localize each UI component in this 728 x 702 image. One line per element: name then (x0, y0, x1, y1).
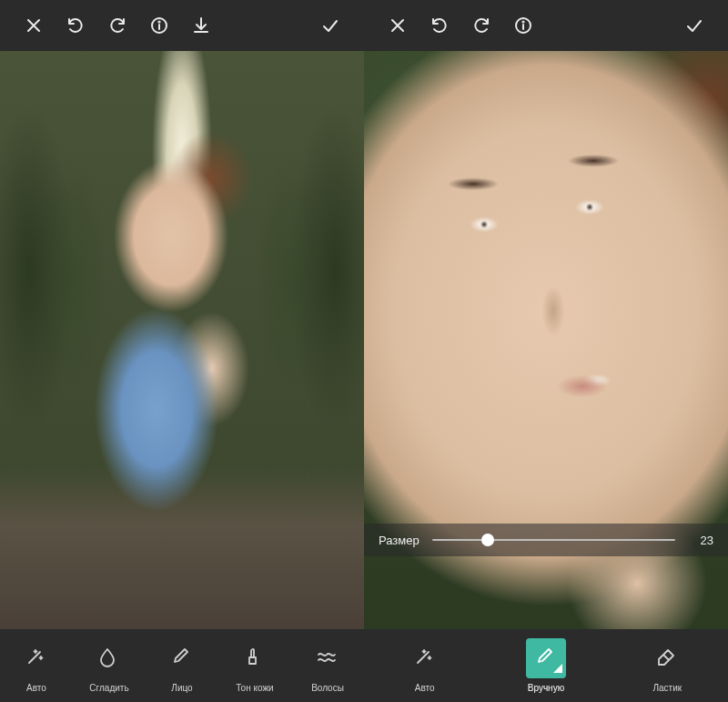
info-button[interactable] (138, 5, 180, 46)
close-icon (388, 15, 408, 36)
tool-hair[interactable]: Волосы (291, 629, 364, 702)
slider-label: Размер (379, 534, 420, 547)
redo-button[interactable] (460, 5, 502, 46)
drop-icon (97, 646, 121, 670)
download-icon (191, 15, 211, 36)
info-icon (513, 15, 533, 36)
editor-pane-left: Авто Сгладить Лицо Тон кожи Волосы (0, 0, 364, 702)
check-icon (684, 15, 704, 36)
undo-button[interactable] (419, 5, 460, 46)
info-button[interactable] (502, 5, 544, 46)
undo-button[interactable] (55, 5, 96, 46)
tool-auto[interactable]: Авто (364, 629, 485, 702)
undo-icon (66, 15, 86, 36)
slider-knob[interactable] (481, 534, 494, 546)
sparkle-wand-icon (25, 646, 48, 670)
image-canvas[interactable] (0, 51, 364, 629)
slider-value: 23 (688, 534, 713, 547)
info-icon (149, 15, 169, 36)
svg-point-2 (158, 21, 159, 22)
tool-label: Лицо (171, 683, 192, 693)
lipstick-icon (243, 646, 267, 670)
brush-size-slider[interactable] (432, 539, 675, 541)
check-icon (320, 15, 340, 36)
brush-size-bar: Размер 23 (364, 524, 728, 556)
eraser-icon (655, 646, 679, 670)
tool-label: Сгладить (89, 683, 128, 693)
photo-preview (0, 51, 364, 629)
editor-pane-right: Размер 23 Авто Вручную Ластик (364, 0, 728, 702)
svg-point-5 (522, 21, 523, 22)
brush-icon (170, 646, 194, 670)
tool-bottombar: Авто Сгладить Лицо Тон кожи Волосы (0, 629, 364, 702)
redo-icon (107, 15, 127, 36)
image-canvas[interactable]: Размер 23 (364, 51, 728, 629)
confirm-button[interactable] (673, 5, 715, 46)
tool-label: Волосы (311, 683, 344, 693)
close-button[interactable] (377, 5, 419, 46)
submenu-indicator-icon (553, 664, 562, 673)
tool-skintone[interactable]: Тон кожи (218, 629, 291, 702)
tool-smooth[interactable]: Сгладить (73, 629, 146, 702)
tool-face[interactable]: Лицо (146, 629, 218, 702)
redo-button[interactable] (96, 5, 138, 46)
top-toolbar (0, 0, 364, 51)
wave-icon (316, 646, 339, 670)
tool-label: Вручную (528, 683, 564, 693)
top-toolbar (364, 0, 728, 51)
tool-label: Авто (26, 683, 46, 693)
sparkle-wand-icon (413, 646, 437, 670)
tool-auto[interactable]: Авто (0, 629, 73, 702)
confirm-button[interactable] (309, 5, 351, 46)
tool-label: Авто (415, 683, 435, 693)
tool-label: Тон кожи (236, 683, 273, 693)
close-icon (24, 15, 44, 36)
tool-label: Ластик (652, 683, 682, 693)
redo-icon (471, 15, 491, 36)
download-button[interactable] (180, 5, 222, 46)
close-button[interactable] (13, 5, 55, 46)
undo-icon (430, 15, 450, 36)
tool-manual[interactable]: Вручную (485, 629, 606, 702)
tool-eraser[interactable]: Ластик (607, 629, 728, 702)
tool-bottombar: Авто Вручную Ластик (364, 629, 728, 702)
